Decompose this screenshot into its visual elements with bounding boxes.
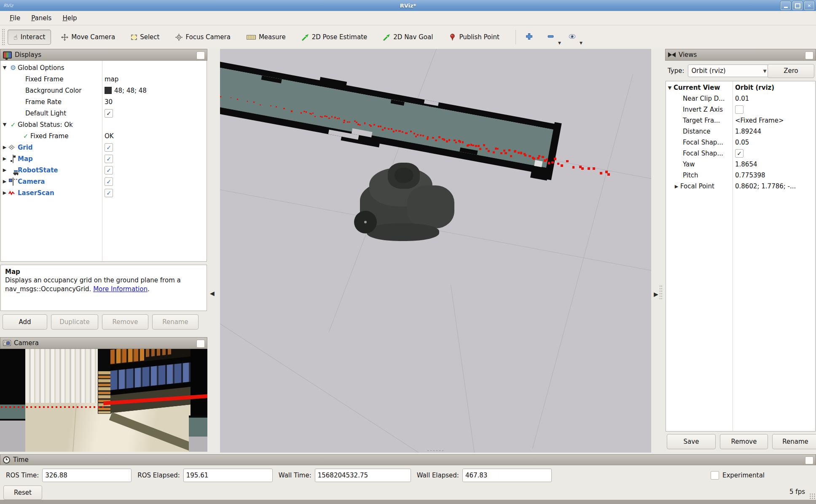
row-value[interactable]: 0.8602; 1.7786; -... (735, 182, 796, 190)
measure-tool-button[interactable]: Measure (241, 29, 292, 45)
focus-camera-tool-button[interactable]: Focus Camera (169, 29, 236, 45)
chevron-down-icon[interactable]: ▼ (580, 41, 582, 45)
chevron-down-icon[interactable]: ▼ (1, 122, 8, 127)
move-camera-tool-button[interactable]: Move Camera (55, 29, 121, 45)
title-bar[interactable]: RViz RViz* ✕ (0, 0, 816, 11)
toolbar-drag-handle[interactable] (2, 29, 5, 46)
focal-shape-checkbox[interactable]: ✓ (735, 149, 744, 158)
time-float-checkbox[interactable] (805, 456, 813, 464)
tree-row-distance[interactable]: Distance 1.89244 (666, 126, 815, 137)
add-tool-button[interactable] (522, 30, 537, 44)
chevron-right-icon[interactable]: ▶ (673, 184, 680, 189)
tree-row-frame-rate[interactable]: Frame Rate 30 (1, 96, 207, 107)
remove-display-button[interactable]: Remove (102, 314, 148, 330)
select-tool-button[interactable]: Select (125, 29, 165, 45)
tree-row-yaw[interactable]: Yaw 1.8654 (666, 159, 815, 170)
interact-tool-button[interactable]: ☝ Interact (8, 29, 51, 45)
row-value[interactable]: map (105, 75, 118, 83)
tree-row-fixed-frame[interactable]: Fixed Frame map (1, 73, 207, 85)
chevron-right-icon[interactable]: ▶ (1, 145, 8, 150)
time-panel-header[interactable]: Time (0, 454, 816, 465)
tree-row-default-light[interactable]: Default Light ✓ (1, 107, 207, 119)
color-swatch[interactable] (105, 87, 112, 94)
remove-view-button[interactable]: Remove (720, 434, 768, 449)
tree-row-near-clip[interactable]: Near Clip D... 0.01 (666, 93, 815, 104)
tree-row-global-options[interactable]: ▼ ⚙ Global Options (1, 62, 207, 73)
displays-panel-header[interactable]: Displays (0, 49, 207, 61)
default-light-checkbox[interactable]: ✓ (105, 109, 113, 118)
collapse-left-panel-arrow[interactable]: ◀ (210, 290, 215, 297)
views-panel-header[interactable]: Views (665, 49, 816, 61)
minimize-button[interactable] (781, 1, 791, 10)
chevron-right-icon[interactable]: ▶ (1, 156, 8, 161)
tree-row-global-status[interactable]: ▼ ✓ Global Status: Ok (1, 119, 207, 130)
viewport-3d[interactable] (220, 49, 651, 453)
nav-goal-tool-button[interactable]: 2D Nav Goal (377, 29, 439, 45)
save-view-button[interactable]: Save (667, 434, 716, 449)
row-value[interactable]: 30 (105, 98, 113, 106)
more-information-link[interactable]: More Information (93, 285, 148, 293)
menu-help[interactable]: Help (57, 13, 82, 24)
publish-point-tool-button[interactable]: Publish Point (443, 29, 505, 45)
menu-file[interactable]: File (4, 13, 26, 24)
tree-row-grid[interactable]: ▶ Grid ✓ (1, 142, 207, 153)
tree-row-map[interactable]: ▶ Map ✓ (1, 153, 207, 164)
invert-z-checkbox[interactable] (735, 105, 744, 114)
grid-enabled-checkbox[interactable]: ✓ (105, 143, 113, 152)
vertical-splitter-handle[interactable] (659, 285, 662, 299)
window-resize-grip[interactable] (809, 493, 815, 499)
rename-display-button[interactable]: Rename (152, 314, 199, 330)
chevron-down-icon[interactable]: ▼ (558, 41, 561, 45)
tree-row-laserscan[interactable]: ▶ LaserScan ✓ (1, 187, 207, 198)
camera-panel-header[interactable]: Camera (0, 337, 207, 349)
duplicate-display-button[interactable]: Duplicate (51, 314, 98, 330)
view-type-select[interactable]: Orbit (rviz) ▼ (688, 64, 770, 77)
row-value[interactable]: 0.01 (735, 95, 749, 102)
wall-time-input[interactable] (315, 469, 411, 482)
collapse-right-panel-arrow[interactable]: ▶ (654, 291, 658, 298)
tree-row-camera[interactable]: ▶ Camera ✓ (1, 176, 207, 187)
tool-visibility-button[interactable]: ▼ (565, 30, 580, 44)
close-button[interactable]: ✕ (804, 1, 814, 10)
chevron-down-icon[interactable]: ▼ (1, 65, 8, 70)
camera-float-checkbox[interactable] (196, 340, 205, 348)
row-value[interactable]: 0.05 (735, 139, 749, 146)
tree-row-background-color[interactable]: Background Color 48; 48; 48 (1, 85, 207, 96)
tree-row-focal-shape-fixed[interactable]: Focal Shap... ✓ (666, 148, 815, 159)
zero-button[interactable]: Zero (768, 64, 814, 78)
robotstate-enabled-checkbox[interactable]: ✓ (105, 166, 113, 174)
tree-row-focal-point[interactable]: ▶ Focal Point 0.8602; 1.7786; -... (666, 181, 815, 192)
maximize-button[interactable] (792, 1, 803, 10)
views-float-checkbox[interactable] (805, 51, 813, 59)
tree-row-pitch[interactable]: Pitch 0.775398 (666, 170, 815, 181)
reset-button[interactable]: Reset (3, 485, 42, 500)
wall-elapsed-input[interactable] (462, 469, 552, 482)
experimental-checkbox[interactable] (711, 471, 719, 480)
row-value[interactable]: 1.89244 (735, 128, 761, 135)
row-value[interactable]: 0.775398 (735, 172, 765, 179)
map-enabled-checkbox[interactable]: ✓ (105, 155, 113, 163)
chevron-right-icon[interactable]: ▶ (1, 167, 8, 173)
ros-elapsed-input[interactable] (183, 469, 273, 482)
remove-tool-button[interactable]: ▼ (543, 30, 558, 44)
laserscan-enabled-checkbox[interactable]: ✓ (105, 189, 113, 197)
ros-time-input[interactable] (42, 469, 132, 482)
horizontal-splitter-handle[interactable] (427, 450, 445, 452)
chevron-right-icon[interactable]: ▶ (1, 190, 8, 196)
chevron-right-icon[interactable]: ▶ (1, 179, 8, 184)
tree-row-focal-shape-size[interactable]: Focal Shap... 0.05 (666, 137, 815, 148)
displays-float-checkbox[interactable] (196, 51, 205, 59)
add-display-button[interactable]: Add (3, 314, 47, 330)
tree-row-invert-z[interactable]: Invert Z Axis (666, 104, 815, 115)
chevron-down-icon[interactable]: ▼ (666, 85, 674, 91)
tree-row-current-view[interactable]: ▼ Current View Orbit (rviz) (666, 82, 815, 93)
camera-enabled-checkbox[interactable]: ✓ (105, 177, 113, 186)
row-value[interactable]: 1.8654 (735, 161, 757, 168)
pose-estimate-tool-button[interactable]: 2D Pose Estimate (296, 29, 373, 45)
rename-view-button[interactable]: Rename (772, 434, 816, 449)
tree-row-robotstate[interactable]: ▶ RobotState ✓ (1, 164, 207, 176)
row-value[interactable]: <Fixed Frame> (735, 117, 784, 124)
tree-row-target-frame[interactable]: Target Fra... <Fixed Frame> (666, 115, 815, 126)
menu-panels[interactable]: Panels (26, 13, 57, 24)
tree-row-fixed-frame-status[interactable]: ✓ Fixed Frame OK (1, 130, 207, 142)
